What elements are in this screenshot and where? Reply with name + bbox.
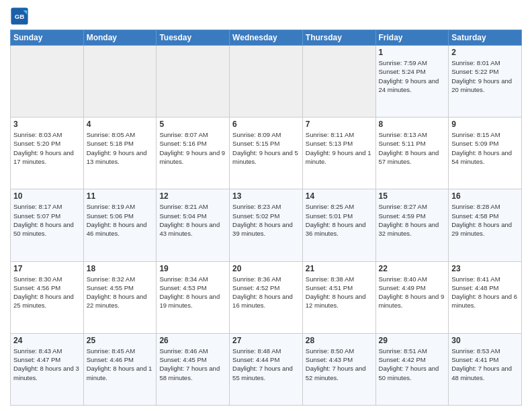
day-info: Sunrise: 8:21 AM Sunset: 5:04 PM Dayligh… [159, 202, 226, 238]
calendar-week-row: 3Sunrise: 8:03 AM Sunset: 5:20 PM Daylig… [11, 118, 522, 189]
day-number: 29 [379, 336, 446, 345]
day-info: Sunrise: 8:19 AM Sunset: 5:06 PM Dayligh… [87, 202, 154, 238]
calendar-cell: 23Sunrise: 8:41 AM Sunset: 4:48 PM Dayli… [449, 261, 522, 333]
day-number: 3 [13, 120, 81, 129]
calendar-cell [157, 46, 230, 118]
day-number: 10 [13, 191, 81, 201]
day-info: Sunrise: 8:17 AM Sunset: 5:07 PM Dayligh… [13, 202, 81, 238]
day-number: 1 [379, 48, 446, 57]
day-info: Sunrise: 8:51 AM Sunset: 4:42 PM Dayligh… [379, 347, 446, 382]
day-info: Sunrise: 8:28 AM Sunset: 4:58 PM Dayligh… [451, 202, 519, 238]
calendar-cell: 20Sunrise: 8:36 AM Sunset: 4:52 PM Dayli… [230, 261, 303, 333]
calendar-week-row: 24Sunrise: 8:43 AM Sunset: 4:47 PM Dayli… [11, 333, 522, 405]
calendar-cell: 6Sunrise: 8:09 AM Sunset: 5:15 PM Daylig… [230, 118, 303, 189]
day-number: 15 [379, 191, 446, 201]
day-number: 16 [451, 191, 519, 201]
calendar-cell: 29Sunrise: 8:51 AM Sunset: 4:42 PM Dayli… [375, 333, 449, 405]
page: GB SundayMondayTuesdayWednesdayThursdayF… [0, 0, 532, 411]
day-number: 25 [87, 336, 154, 345]
calendar-cell: 9Sunrise: 8:15 AM Sunset: 5:09 PM Daylig… [449, 118, 522, 189]
calendar-cell: 8Sunrise: 8:13 AM Sunset: 5:11 PM Daylig… [375, 118, 449, 189]
day-info: Sunrise: 8:38 AM Sunset: 4:51 PM Dayligh… [306, 275, 373, 310]
calendar-cell: 3Sunrise: 8:03 AM Sunset: 5:20 PM Daylig… [11, 118, 84, 189]
day-info: Sunrise: 8:01 AM Sunset: 5:22 PM Dayligh… [451, 58, 519, 94]
calendar-cell: 2Sunrise: 8:01 AM Sunset: 5:22 PM Daylig… [449, 46, 522, 118]
calendar-cell: 7Sunrise: 8:11 AM Sunset: 5:13 PM Daylig… [302, 118, 375, 189]
calendar-cell: 30Sunrise: 8:53 AM Sunset: 4:41 PM Dayli… [449, 333, 522, 405]
day-number: 22 [379, 264, 446, 273]
svg-text:GB: GB [15, 13, 25, 20]
day-info: Sunrise: 8:03 AM Sunset: 5:20 PM Dayligh… [13, 130, 81, 166]
day-info: Sunrise: 8:50 AM Sunset: 4:43 PM Dayligh… [306, 347, 373, 382]
day-number: 27 [232, 336, 300, 345]
weekday-header: Saturday [449, 30, 522, 46]
weekday-header: Monday [83, 30, 157, 46]
calendar-cell: 27Sunrise: 8:48 AM Sunset: 4:44 PM Dayli… [230, 333, 303, 405]
day-info: Sunrise: 8:48 AM Sunset: 4:44 PM Dayligh… [232, 347, 300, 382]
day-number: 12 [159, 191, 226, 201]
day-info: Sunrise: 8:34 AM Sunset: 4:53 PM Dayligh… [159, 275, 226, 310]
calendar-cell: 26Sunrise: 8:46 AM Sunset: 4:45 PM Dayli… [157, 333, 230, 405]
weekday-header: Wednesday [230, 30, 303, 46]
day-number: 21 [306, 264, 373, 273]
day-info: Sunrise: 8:32 AM Sunset: 4:55 PM Dayligh… [87, 275, 154, 310]
day-number: 24 [13, 336, 81, 345]
calendar-cell: 21Sunrise: 8:38 AM Sunset: 4:51 PM Dayli… [302, 261, 375, 333]
calendar-table: SundayMondayTuesdayWednesdayThursdayFrid… [10, 30, 522, 406]
day-number: 13 [232, 191, 300, 201]
day-info: Sunrise: 7:59 AM Sunset: 5:24 PM Dayligh… [379, 58, 446, 94]
day-number: 26 [159, 336, 226, 345]
day-number: 14 [306, 191, 373, 201]
logo: GB [10, 7, 32, 26]
logo-icon: GB [10, 7, 29, 26]
calendar-cell: 19Sunrise: 8:34 AM Sunset: 4:53 PM Dayli… [157, 261, 230, 333]
day-number: 6 [232, 120, 300, 129]
calendar-cell [11, 46, 84, 118]
day-info: Sunrise: 8:25 AM Sunset: 5:01 PM Dayligh… [306, 202, 373, 238]
day-info: Sunrise: 8:41 AM Sunset: 4:48 PM Dayligh… [451, 275, 519, 310]
calendar-cell: 11Sunrise: 8:19 AM Sunset: 5:06 PM Dayli… [83, 189, 157, 261]
day-info: Sunrise: 8:40 AM Sunset: 4:49 PM Dayligh… [379, 275, 446, 310]
day-info: Sunrise: 8:05 AM Sunset: 5:18 PM Dayligh… [87, 130, 154, 166]
calendar-cell: 17Sunrise: 8:30 AM Sunset: 4:56 PM Dayli… [11, 261, 84, 333]
day-info: Sunrise: 8:07 AM Sunset: 5:16 PM Dayligh… [159, 130, 226, 166]
day-number: 23 [451, 264, 519, 273]
calendar-week-row: 17Sunrise: 8:30 AM Sunset: 4:56 PM Dayli… [11, 261, 522, 333]
weekday-header: Tuesday [157, 30, 230, 46]
weekday-header: Thursday [302, 30, 375, 46]
day-number: 30 [451, 336, 519, 345]
day-info: Sunrise: 8:09 AM Sunset: 5:15 PM Dayligh… [232, 130, 300, 166]
day-number: 2 [451, 48, 519, 57]
day-number: 17 [13, 264, 81, 273]
day-number: 18 [87, 264, 154, 273]
day-info: Sunrise: 8:23 AM Sunset: 5:02 PM Dayligh… [232, 202, 300, 238]
calendar-cell: 14Sunrise: 8:25 AM Sunset: 5:01 PM Dayli… [302, 189, 375, 261]
calendar-cell [83, 46, 157, 118]
day-number: 11 [87, 191, 154, 201]
calendar-cell: 22Sunrise: 8:40 AM Sunset: 4:49 PM Dayli… [375, 261, 449, 333]
day-number: 28 [306, 336, 373, 345]
calendar-cell: 5Sunrise: 8:07 AM Sunset: 5:16 PM Daylig… [157, 118, 230, 189]
day-number: 20 [232, 264, 300, 273]
day-info: Sunrise: 8:45 AM Sunset: 4:46 PM Dayligh… [87, 347, 154, 382]
day-info: Sunrise: 8:30 AM Sunset: 4:56 PM Dayligh… [13, 275, 81, 310]
calendar-cell: 13Sunrise: 8:23 AM Sunset: 5:02 PM Dayli… [230, 189, 303, 261]
calendar-week-row: 1Sunrise: 7:59 AM Sunset: 5:24 PM Daylig… [11, 46, 522, 118]
weekday-header: Friday [375, 30, 449, 46]
calendar-cell: 12Sunrise: 8:21 AM Sunset: 5:04 PM Dayli… [157, 189, 230, 261]
day-number: 4 [87, 120, 154, 129]
day-info: Sunrise: 8:53 AM Sunset: 4:41 PM Dayligh… [451, 347, 519, 382]
calendar-cell: 15Sunrise: 8:27 AM Sunset: 4:59 PM Dayli… [375, 189, 449, 261]
day-info: Sunrise: 8:11 AM Sunset: 5:13 PM Dayligh… [306, 130, 373, 166]
day-info: Sunrise: 8:36 AM Sunset: 4:52 PM Dayligh… [232, 275, 300, 310]
calendar-header-row: SundayMondayTuesdayWednesdayThursdayFrid… [11, 30, 522, 46]
day-info: Sunrise: 8:46 AM Sunset: 4:45 PM Dayligh… [159, 347, 226, 382]
calendar-cell: 10Sunrise: 8:17 AM Sunset: 5:07 PM Dayli… [11, 189, 84, 261]
calendar-cell [230, 46, 303, 118]
calendar-cell: 4Sunrise: 8:05 AM Sunset: 5:18 PM Daylig… [83, 118, 157, 189]
calendar-cell [302, 46, 375, 118]
calendar-cell: 28Sunrise: 8:50 AM Sunset: 4:43 PM Dayli… [302, 333, 375, 405]
calendar-cell: 16Sunrise: 8:28 AM Sunset: 4:58 PM Dayli… [449, 189, 522, 261]
calendar-week-row: 10Sunrise: 8:17 AM Sunset: 5:07 PM Dayli… [11, 189, 522, 261]
calendar-cell: 1Sunrise: 7:59 AM Sunset: 5:24 PM Daylig… [375, 46, 449, 118]
